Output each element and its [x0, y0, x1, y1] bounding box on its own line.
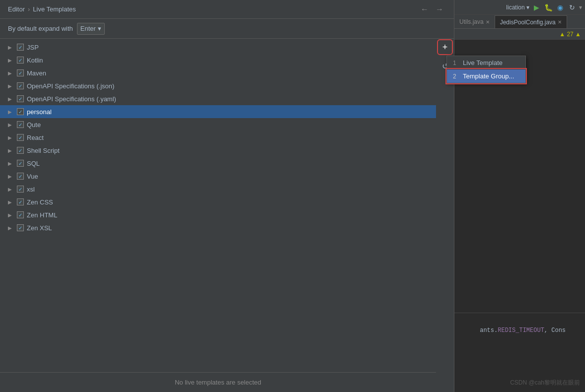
more-icon: ▾	[579, 4, 582, 11]
item-label-vue: Vue	[27, 173, 38, 180]
expand-arrow-icon: ▶	[8, 83, 14, 89]
list-item[interactable]: ▶ React	[0, 131, 436, 144]
close-icon[interactable]: ✕	[486, 19, 490, 25]
expand-chevron-icon: ▾	[98, 25, 101, 32]
settings-panel: Editor › Live Templates ← → By default e…	[0, 0, 454, 392]
item-label-maven: Maven	[27, 69, 46, 77]
checkbox-openapi-yaml[interactable]	[17, 95, 24, 102]
code-content: ants.REDIS_TIMEOUT, Cons	[454, 313, 585, 348]
item-label-zen-xsl: Zen XSL	[27, 224, 52, 232]
content-area: ▶ JSP ▶ Kotlin ▶ Maven ▶ OpenAPI Specifi…	[0, 39, 454, 392]
list-item[interactable]: ▶ Zen XSL	[0, 221, 436, 234]
dropdown-item-template-group[interactable]: 2 Template Group...	[447, 69, 525, 83]
status-bar: No live templates are selected	[0, 372, 436, 392]
list-item[interactable]: ▶ SQL	[0, 157, 436, 170]
list-item[interactable]: ▶ Zen CSS	[0, 196, 436, 208]
dropdown-item-live-template[interactable]: 1 Live Template	[447, 56, 525, 69]
expand-arrow-icon: ▶	[8, 187, 14, 192]
checkbox-zen-xsl[interactable]	[17, 224, 24, 231]
tab-utils-java[interactable]: Utils.java ✕	[454, 15, 495, 28]
code-text-cons: , Cons	[544, 327, 566, 334]
app-label: lication ▾	[506, 4, 529, 11]
dropdown-menu: 1 Live Template 2 Template Group...	[446, 56, 526, 83]
breadcrumb-separator: ›	[28, 5, 30, 13]
expand-select[interactable]: Enter ▾	[77, 23, 105, 35]
checkbox-jsp[interactable]	[17, 44, 24, 51]
checkbox-vue[interactable]	[17, 173, 24, 180]
item-label-jsp: JSP	[27, 44, 39, 51]
tab-utils-label: Utils.java	[459, 18, 484, 25]
checkbox-openapi-json[interactable]	[17, 82, 24, 89]
close-icon[interactable]: ✕	[558, 19, 562, 25]
checkbox-sql[interactable]	[17, 160, 24, 167]
list-item[interactable]: ▶ xsl	[0, 183, 436, 196]
code-const-redis-timeout: REDIS_TIMEOUT	[498, 327, 544, 334]
expand-arrow-icon: ▶	[8, 225, 14, 231]
item-label-zen-css: Zen CSS	[27, 198, 53, 206]
expand-arrow-icon: ▶	[8, 70, 14, 76]
expand-arrow-icon: ▶	[8, 122, 14, 128]
expand-arrow-icon: ▶	[8, 45, 14, 50]
breadcrumb: Editor › Live Templates ← →	[0, 0, 454, 19]
list-item[interactable]: ▶ Vue	[0, 170, 436, 183]
warning-bar: ▲ 27 ▲	[454, 29, 585, 40]
item-label-shell: Shell Script	[27, 147, 60, 154]
checkbox-zen-css[interactable]	[17, 198, 24, 205]
list-item[interactable]: ▶ OpenAPI Specifications (.json)	[0, 79, 436, 92]
checkbox-react[interactable]	[17, 134, 24, 141]
checkbox-zen-html[interactable]	[17, 211, 24, 218]
editor-tabs: Utils.java ✕ JedisPoolConfig.java ✕	[454, 15, 585, 29]
debug-button[interactable]: 🐛	[543, 2, 553, 12]
add-button[interactable]: +	[439, 41, 451, 54]
breadcrumb-parent: Editor	[8, 5, 25, 13]
list-item[interactable]: ▶ Zen HTML	[0, 208, 436, 221]
item-label-personal: personal	[27, 108, 52, 116]
item-label-openapi-json: OpenAPI Specifications (.json)	[27, 82, 114, 90]
expand-arrow-icon: ▶	[8, 148, 14, 153]
checkbox-qute[interactable]	[17, 121, 24, 128]
warning-count: ▲ 27 ▲	[559, 31, 581, 38]
tab-jedis-pool-config[interactable]: JedisPoolConfig.java ✕	[495, 15, 567, 28]
checkbox-xsl[interactable]	[17, 186, 24, 193]
checkbox-personal[interactable]	[17, 108, 24, 115]
list-item[interactable]: ▶ Shell Script	[0, 144, 436, 157]
expand-arrow-icon: ▶	[8, 135, 14, 140]
list-item[interactable]: ▶ OpenAPI Specifications (.yaml)	[0, 92, 436, 105]
add-button-wrapper: + 1 Live Template 2 Template Group...	[439, 41, 451, 54]
rerun-button[interactable]: ↻	[567, 2, 577, 12]
expand-arrow-icon: ▶	[8, 96, 14, 102]
coverage-button[interactable]: ◉	[555, 2, 565, 12]
checkbox-shell[interactable]	[17, 147, 24, 154]
list-item[interactable]: ▶ Qute	[0, 118, 436, 131]
dropdown-label-template-group: Template Group...	[463, 72, 514, 80]
item-label-sql: SQL	[27, 160, 40, 167]
code-text-ants: ants.	[480, 327, 498, 334]
expand-selected-value: Enter	[80, 25, 96, 32]
forward-button[interactable]: →	[433, 3, 446, 16]
tab-jedis-label: JedisPoolConfig.java	[500, 19, 556, 26]
expand-arrow-icon: ▶	[8, 174, 14, 179]
right-buttons: + 1 Live Template 2 Template Group... ↺	[436, 39, 454, 392]
item-label-zen-html: Zen HTML	[27, 211, 57, 219]
expand-label: By default expand with	[8, 25, 73, 32]
checkbox-kotlin[interactable]	[17, 57, 24, 64]
expand-arrow-icon: ▶	[8, 109, 14, 115]
run-button[interactable]: ▶	[531, 2, 541, 12]
list-item-personal[interactable]: ▶ personal	[0, 105, 436, 118]
list-item[interactable]: ▶ Maven	[0, 66, 436, 79]
item-label-xsl: xsl	[27, 186, 35, 193]
template-list[interactable]: ▶ JSP ▶ Kotlin ▶ Maven ▶ OpenAPI Specifi…	[0, 39, 436, 392]
breadcrumb-current: Live Templates	[33, 5, 75, 13]
checkbox-maven[interactable]	[17, 69, 24, 76]
list-item[interactable]: ▶ JSP	[0, 41, 436, 54]
editor-panel: lication ▾ ▶ 🐛 ◉ ↻ ▾ Utils.java ✕ JedisP…	[454, 0, 585, 313]
status-message: No live templates are selected	[175, 379, 261, 386]
expand-arrow-icon: ▶	[8, 212, 14, 218]
list-item[interactable]: ▶ Kotlin	[0, 54, 436, 66]
item-label-react: React	[27, 134, 44, 141]
watermark: CSDN @cah黎明就在眼前	[510, 379, 580, 387]
breadcrumb-nav: ← →	[418, 3, 446, 16]
item-label-qute: Qute	[27, 121, 41, 129]
expand-arrow-icon: ▶	[8, 58, 14, 63]
back-button[interactable]: ←	[418, 3, 431, 16]
